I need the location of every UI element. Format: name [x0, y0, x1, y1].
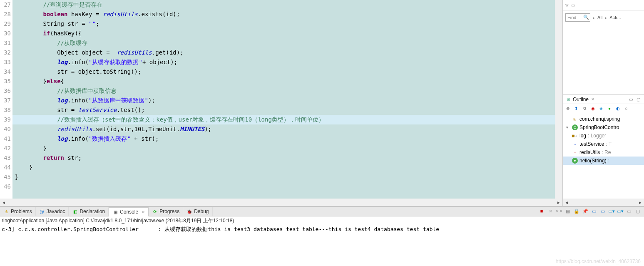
tab-declaration[interactable]: ◧ Declaration	[69, 207, 109, 216]
tab-label: Progress	[159, 209, 179, 214]
outline-field-redisutils[interactable]: ▫ redisUtils : Re	[563, 148, 644, 157]
outline-view: ⊞ Outline ✕ ▭ ▢ ⊕ ⬍ ᵃz ◉ ◈ ● ◐ ⎋	[563, 95, 644, 206]
new-console-button[interactable]: ▭▾	[608, 207, 615, 215]
static-field-icon: ◼SF	[572, 133, 578, 139]
scroll-lock-button[interactable]: 🔒	[573, 207, 580, 215]
tab-label: Javadoc	[47, 209, 65, 214]
vertical-scrollbar[interactable]	[555, 0, 562, 199]
remove-all-button[interactable]: ⨯⨯	[555, 207, 563, 215]
console-dropdown-button[interactable]: ▭▾	[617, 207, 624, 215]
class-icon: C	[572, 124, 578, 130]
declaration-icon: ◧	[72, 209, 78, 214]
scroll-left-arrow[interactable]: ◄	[0, 199, 7, 206]
sort-icon[interactable]: ⬍	[573, 105, 579, 112]
tab-console[interactable]: ▣ Console ✕	[109, 207, 149, 216]
code-line[interactable]: redisUtils.set(id,str,10L,TimeUnit.MINUT…	[12, 124, 562, 134]
code-line[interactable]: log.info("从数据库中获取数据");	[12, 96, 562, 105]
hide-static-icon[interactable]: ◈	[598, 105, 604, 112]
console-output[interactable]: c-3] c.c.s.controller.SpringBootControll…	[0, 225, 644, 266]
link-icon[interactable]: ⎋	[623, 105, 629, 112]
code-line[interactable]: log.info("数据插入缓存" + str);	[12, 134, 562, 144]
line-gutter: 2728293031323334353637383940414243444546	[0, 0, 12, 199]
pin-console-button[interactable]: 📌	[582, 207, 589, 215]
outline-icon: ⊞	[565, 97, 571, 102]
code-line[interactable]: if(hasKey){	[12, 29, 562, 38]
tab-problems[interactable]: ⚠ Problems	[0, 207, 36, 216]
package-icon: ⊞	[572, 116, 578, 122]
tab-label: Console	[120, 209, 138, 215]
scroll-right-arrow[interactable]: ►	[637, 199, 644, 206]
outline-method-hello[interactable]: ● hello(String) :	[563, 157, 644, 165]
tab-label: Debug	[194, 209, 209, 214]
close-icon[interactable]: ✕	[591, 97, 594, 102]
focus-icon[interactable]: ⊕	[564, 105, 571, 112]
console-icon: ▣	[112, 209, 118, 215]
console-launch-info: ringbootApplication [Java Application] C…	[0, 216, 644, 225]
outline-hscroll[interactable]: ◄ ►	[563, 199, 644, 206]
tab-label: Problems	[11, 209, 32, 214]
outline-package[interactable]: ⊞ com.chenqi.spring	[563, 115, 644, 123]
minimize-icon[interactable]: ▭	[627, 96, 634, 103]
outline-field-testservice[interactable]: ▵ testService : T	[563, 140, 644, 148]
code-line[interactable]: }	[12, 144, 562, 153]
code-line[interactable]: //获取缓存	[12, 38, 562, 48]
outline-node-label: testService	[579, 141, 604, 147]
code-line[interactable]: //从数据库中获取信息	[12, 86, 562, 96]
terminate-button[interactable]: ■	[538, 207, 545, 215]
code-line[interactable]: }	[12, 163, 562, 172]
code-line[interactable]: log.info("从缓存获取的数据"+ object);	[12, 57, 562, 67]
code-line[interactable]: //数据插入缓存（set中的参数含义：key值，user对象，缓存存在时间10（…	[12, 115, 562, 124]
code-line[interactable]: str = object.toString();	[12, 67, 562, 77]
close-icon[interactable]: ✕	[142, 210, 145, 214]
code-line[interactable]: str = testService.test();	[12, 105, 562, 115]
problems-icon: ⚠	[3, 209, 9, 214]
clear-console-button[interactable]: ▤	[564, 207, 572, 215]
outline-node-label: redisUtils	[579, 149, 600, 155]
tab-label: Declaration	[80, 209, 105, 214]
az-sort-icon[interactable]: ᵃz	[581, 105, 588, 112]
search-icon[interactable]: 🔍	[583, 15, 589, 20]
code-line[interactable]: Object object = redisUtils.get(id);	[12, 48, 562, 57]
tab-debug[interactable]: 🐞 Debug	[183, 207, 212, 216]
code-line[interactable]: return str;	[12, 153, 562, 163]
scroll-left-arrow[interactable]: ◄	[563, 199, 570, 206]
collapse-icon[interactable]: ▽	[565, 3, 569, 7]
tab-javadoc[interactable]: @ Javadoc	[36, 207, 69, 216]
hide-local-icon[interactable]: ◐	[614, 105, 621, 112]
tab-progress[interactable]: ⟳ Progress	[149, 207, 183, 216]
outline-node-label: SpringBootContro	[579, 124, 619, 130]
field-icon: ▫	[572, 149, 578, 155]
display-selected-button[interactable]: ▭	[590, 207, 598, 215]
breadcrumb-sep-icon: ▸	[593, 15, 595, 20]
watermark: https://blog.csdn.net/weixin_40623736	[556, 259, 641, 264]
outline-tab-label[interactable]: Outline	[573, 97, 589, 102]
scroll-right-arrow[interactable]: ►	[555, 199, 562, 206]
hide-nonpublic-icon[interactable]: ●	[606, 105, 613, 112]
code-content[interactable]: //查询缓存中是否存在 boolean hasKey = redisUtils.…	[12, 0, 562, 199]
progress-icon: ⟳	[152, 209, 158, 214]
outline-class[interactable]: ▾ C SpringBootContro	[563, 123, 644, 132]
breadcrumb-sep-icon: ▸	[605, 15, 607, 20]
breadcrumb-all[interactable]: All	[597, 15, 602, 20]
code-line[interactable]: }	[12, 172, 562, 182]
method-icon: ●	[572, 158, 578, 164]
toolbar-icon[interactable]: ▭	[571, 3, 575, 7]
open-console-button[interactable]: ▭	[599, 207, 607, 215]
outline-field-log[interactable]: ◼SF log : Logger	[563, 132, 644, 140]
code-editor[interactable]: 2728293031323334353637383940414243444546…	[0, 0, 563, 206]
breadcrumb-acti[interactable]: Acti...	[609, 15, 621, 20]
horizontal-scrollbar[interactable]: ◄ ►	[0, 199, 562, 206]
maximize-button[interactable]: ▢	[634, 207, 642, 215]
minimize-button[interactable]: ▭	[625, 207, 633, 215]
code-line[interactable]: String str = "";	[12, 19, 562, 29]
code-line[interactable]: //查询缓存中是否存在	[12, 0, 562, 10]
code-line[interactable]: boolean hasKey = redisUtils.exists(id);	[12, 10, 562, 19]
field-icon: ▵	[572, 141, 578, 147]
expand-arrow-icon[interactable]: ▾	[566, 125, 570, 129]
maximize-icon[interactable]: ▢	[635, 96, 642, 103]
hide-fields-icon[interactable]: ◉	[589, 105, 596, 112]
outline-node-label: com.chenqi.spring	[579, 116, 620, 122]
code-line[interactable]: }else{	[12, 77, 562, 86]
remove-launch-button[interactable]: ✕	[547, 207, 554, 215]
outline-node-label: hello(String)	[579, 158, 607, 164]
